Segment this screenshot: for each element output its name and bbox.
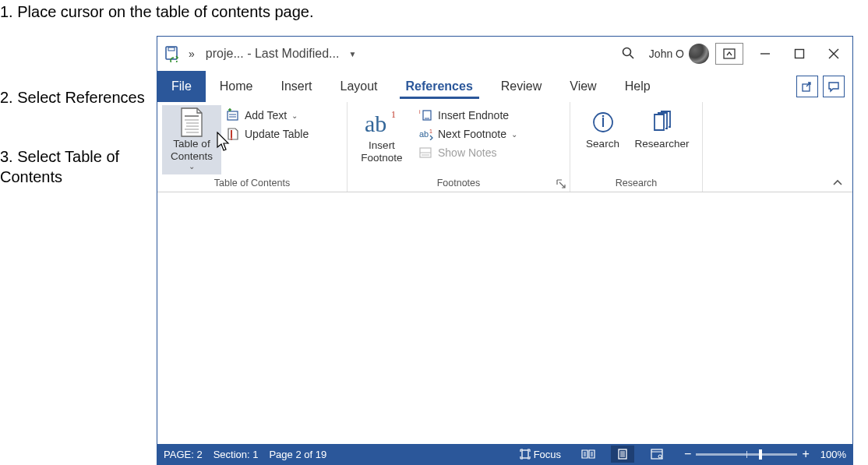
svg-rect-9: [803, 84, 810, 91]
document-canvas[interactable]: [157, 192, 852, 444]
instruction-step-3: 3. Select Table of Contents: [0, 146, 148, 187]
svg-rect-6: [796, 50, 804, 58]
show-notes-button: Show Notes: [419, 146, 517, 160]
researcher-icon: [648, 108, 676, 136]
chevron-down-icon: ⌄: [189, 162, 195, 171]
zoom-slider[interactable]: − + 100%: [684, 447, 846, 461]
group-label-research: Research: [575, 175, 697, 190]
insert-endnote-button[interactable]: i Insert Endnote: [419, 108, 517, 122]
next-footnote-button[interactable]: ab 1 Next Footnote ⌄: [419, 127, 517, 141]
next-footnote-label: Next Footnote: [438, 128, 506, 140]
insert-endnote-icon: i: [419, 108, 433, 122]
researcher-button[interactable]: Researcher: [629, 105, 696, 153]
status-bar: PAGE: 2 Section: 1 Page 2 of 19 Focus: [157, 444, 852, 464]
footnotes-dialog-launcher-icon[interactable]: [556, 178, 566, 189]
svg-rect-36: [522, 450, 528, 458]
group-label-toc: Table of Contents: [162, 175, 342, 190]
svg-rect-4: [724, 49, 735, 58]
focus-label: Focus: [534, 449, 561, 460]
add-text-icon: [226, 108, 240, 122]
table-of-contents-icon: [178, 108, 206, 136]
tab-insert[interactable]: Insert: [266, 71, 326, 102]
tab-references[interactable]: References: [392, 71, 487, 102]
chevron-down-icon: ⌄: [291, 111, 298, 120]
table-of-contents-label: Table of Contents: [164, 138, 220, 162]
group-research: Search Researcher Research: [570, 102, 703, 192]
print-layout-button[interactable]: [611, 446, 634, 463]
insert-endnote-label: Insert Endnote: [438, 109, 509, 122]
instruction-step-1: 1. Place cursor on the table of contents…: [0, 2, 313, 22]
svg-point-50: [658, 455, 662, 458]
svg-text:1: 1: [391, 109, 396, 120]
tab-view[interactable]: View: [556, 71, 610, 102]
tab-review[interactable]: Review: [487, 71, 556, 102]
web-layout-button[interactable]: [645, 446, 669, 463]
svg-point-22: [231, 138, 232, 139]
svg-text:ab: ab: [419, 129, 429, 139]
zoom-midpoint: [746, 451, 747, 458]
svg-point-35: [602, 115, 604, 118]
group-footnotes: ab 1 Insert Footnote i: [348, 102, 570, 192]
next-footnote-icon: ab 1: [419, 127, 433, 141]
svg-rect-43: [619, 449, 626, 459]
svg-rect-1: [168, 48, 175, 51]
zoom-in-button[interactable]: +: [802, 447, 809, 461]
smart-lookup-icon: [589, 108, 617, 136]
update-table-label: Update Table: [245, 128, 309, 140]
window-close-button[interactable]: [818, 41, 849, 66]
comments-button[interactable]: [823, 76, 845, 97]
search-button[interactable]: Search: [577, 105, 629, 153]
insert-footnote-label: Insert Footnote: [354, 139, 410, 164]
user-name-label: John O: [649, 48, 684, 60]
svg-rect-16: [228, 111, 238, 120]
status-page-of[interactable]: Page 2 of 19: [269, 449, 326, 460]
show-notes-icon: [419, 146, 433, 160]
ribbon-tab-row: File Home Insert Layout References Revie…: [157, 71, 852, 102]
status-section[interactable]: Section: 1: [213, 449, 259, 460]
share-button[interactable]: [796, 76, 818, 97]
autosave-icon[interactable]: [164, 45, 181, 62]
tab-file[interactable]: File: [157, 71, 206, 102]
svg-point-2: [623, 48, 630, 55]
window-minimize-button[interactable]: [750, 41, 781, 66]
zoom-out-button[interactable]: −: [684, 447, 691, 461]
svg-text:ab: ab: [365, 111, 386, 136]
table-of-contents-button[interactable]: Table of Contents ⌄: [162, 105, 221, 174]
document-title[interactable]: proje... - Last Modified...: [203, 47, 343, 61]
svg-line-3: [630, 55, 633, 58]
zoom-track[interactable]: [696, 453, 797, 456]
svg-text:i: i: [419, 109, 421, 114]
show-notes-label: Show Notes: [438, 146, 496, 159]
collapse-ribbon-icon[interactable]: [831, 178, 845, 188]
status-page[interactable]: PAGE: 2: [164, 449, 203, 460]
title-bar: » proje... - Last Modified... ▼ John O: [157, 37, 852, 71]
account-user[interactable]: John O: [649, 44, 709, 64]
group-label-footnotes: Footnotes: [352, 175, 565, 190]
user-avatar: [689, 44, 709, 64]
add-text-label: Add Text: [245, 109, 287, 122]
add-text-button[interactable]: Add Text ⌄: [226, 108, 309, 122]
tab-layout[interactable]: Layout: [326, 71, 391, 102]
quick-access-more-icon[interactable]: »: [184, 48, 199, 60]
svg-text:1: 1: [429, 129, 432, 134]
insert-footnote-button[interactable]: ab 1 Insert Footnote: [352, 105, 411, 167]
tab-home[interactable]: Home: [206, 71, 267, 102]
window-maximize-button[interactable]: [784, 41, 815, 66]
focus-mode-button[interactable]: Focus: [515, 446, 566, 463]
title-dropdown-icon[interactable]: ▼: [345, 50, 359, 58]
insert-footnote-icon: ab 1: [363, 108, 400, 138]
group-table-of-contents: Table of Contents ⌄: [157, 102, 348, 192]
read-mode-button[interactable]: [577, 446, 600, 463]
ribbon-display-options-icon[interactable]: [715, 43, 743, 65]
update-table-icon: [226, 127, 240, 141]
researcher-label: Researcher: [635, 138, 690, 150]
zoom-thumb[interactable]: [759, 449, 762, 460]
chevron-down-icon: ⌄: [511, 130, 517, 139]
search-label: Search: [586, 138, 619, 150]
instruction-step-2: 2. Select References: [0, 87, 148, 107]
update-table-button[interactable]: Update Table: [226, 127, 309, 141]
zoom-percent[interactable]: 100%: [820, 449, 846, 460]
search-icon[interactable]: [610, 46, 646, 62]
tab-help[interactable]: Help: [611, 71, 665, 102]
svg-rect-0: [166, 47, 177, 59]
